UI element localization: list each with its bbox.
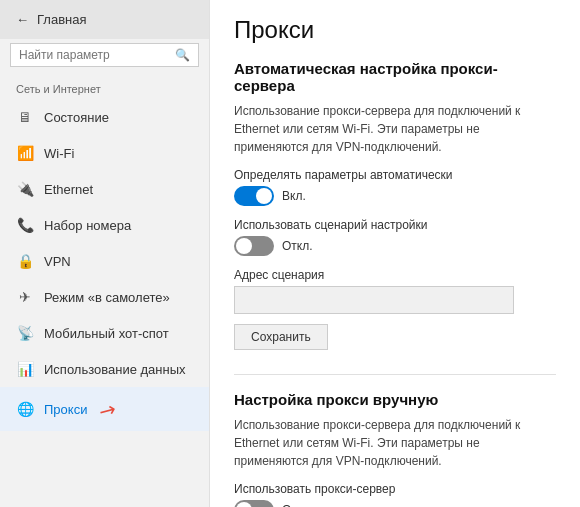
save-button[interactable]: Сохранить xyxy=(234,324,328,350)
sidebar-home-label: Главная xyxy=(37,12,86,27)
auto-detect-toggle-label: Вкл. xyxy=(282,189,306,203)
auto-detect-toggle[interactable] xyxy=(234,186,274,206)
sidebar-item-airplane[interactable]: ✈ Режим «в самолете» xyxy=(0,279,209,315)
sidebar: ← Главная 🔍 Сеть и Интернет 🖥 Состояние … xyxy=(0,0,210,507)
script-addr-label: Адрес сценария xyxy=(234,268,556,282)
use-script-toggle-knob xyxy=(236,238,252,254)
vpn-icon: 🔒 xyxy=(16,252,34,270)
hotspot-icon: 📡 xyxy=(16,324,34,342)
search-icon: 🔍 xyxy=(175,48,190,62)
sidebar-item-wifi[interactable]: 📶 Wi-Fi xyxy=(0,135,209,171)
sidebar-item-hotspot[interactable]: 📡 Мобильный хот-спот xyxy=(0,315,209,351)
auto-section-title: Автоматическая настройка прокси-сервера xyxy=(234,60,556,94)
status-icon: 🖥 xyxy=(16,108,34,126)
sidebar-item-label: Состояние xyxy=(44,110,109,125)
section-divider xyxy=(234,374,556,375)
use-script-row: Использовать сценарий настройки Откл. xyxy=(234,218,556,256)
use-proxy-toggle-label: Откл. xyxy=(282,503,313,507)
arrow-indicator: ↗ xyxy=(95,395,122,424)
manual-description: Использование прокси-сервера для подключ… xyxy=(234,416,556,470)
airplane-icon: ✈ xyxy=(16,288,34,306)
auto-proxy-section: Автоматическая настройка прокси-сервера … xyxy=(234,60,556,366)
sidebar-search-box[interactable]: 🔍 xyxy=(10,43,199,67)
use-script-toggle-row: Откл. xyxy=(234,236,556,256)
sidebar-section-label: Сеть и Интернет xyxy=(0,75,209,99)
sidebar-item-label: Wi-Fi xyxy=(44,146,74,161)
manual-proxy-section: Настройка прокси вручную Использование п… xyxy=(234,391,556,507)
auto-detect-row: Определять параметры автоматически Вкл. xyxy=(234,168,556,206)
sidebar-item-ethernet[interactable]: 🔌 Ethernet xyxy=(0,171,209,207)
auto-detect-toggle-knob xyxy=(256,188,272,204)
dialup-icon: 📞 xyxy=(16,216,34,234)
page-title: Прокси xyxy=(234,16,556,44)
wifi-icon: 📶 xyxy=(16,144,34,162)
sidebar-item-dialup[interactable]: 📞 Набор номера xyxy=(0,207,209,243)
auto-detect-label: Определять параметры автоматически xyxy=(234,168,556,182)
sidebar-item-status[interactable]: 🖥 Состояние xyxy=(0,99,209,135)
sidebar-item-vpn[interactable]: 🔒 VPN xyxy=(0,243,209,279)
use-proxy-toggle-row: Откл. xyxy=(234,500,556,507)
auto-detect-toggle-row: Вкл. xyxy=(234,186,556,206)
sidebar-item-datausage[interactable]: 📊 Использование данных xyxy=(0,351,209,387)
ethernet-icon: 🔌 xyxy=(16,180,34,198)
sidebar-item-label: Прокси xyxy=(44,402,87,417)
main-content: Прокси Автоматическая настройка прокси-с… xyxy=(210,0,580,507)
sidebar-item-label: VPN xyxy=(44,254,71,269)
sidebar-item-label: Мобильный хот-спот xyxy=(44,326,169,341)
manual-section-title: Настройка прокси вручную xyxy=(234,391,556,408)
auto-description: Использование прокси-сервера для подключ… xyxy=(234,102,556,156)
sidebar-item-label: Ethernet xyxy=(44,182,93,197)
sidebar-home-button[interactable]: ← Главная xyxy=(0,0,209,39)
script-addr-row: Адрес сценария xyxy=(234,268,556,314)
script-addr-input[interactable] xyxy=(234,286,514,314)
sidebar-item-label: Набор номера xyxy=(44,218,131,233)
sidebar-item-label: Режим «в самолете» xyxy=(44,290,170,305)
use-proxy-toggle[interactable] xyxy=(234,500,274,507)
use-script-toggle-label: Откл. xyxy=(282,239,313,253)
search-input[interactable] xyxy=(19,48,169,62)
use-script-label: Использовать сценарий настройки xyxy=(234,218,556,232)
sidebar-item-proxy[interactable]: 🌐 Прокси ↗ xyxy=(0,387,209,431)
use-script-toggle[interactable] xyxy=(234,236,274,256)
sidebar-item-label: Использование данных xyxy=(44,362,186,377)
proxy-icon: 🌐 xyxy=(16,400,34,418)
use-proxy-toggle-knob xyxy=(236,502,252,507)
datausage-icon: 📊 xyxy=(16,360,34,378)
use-proxy-label: Использовать прокси-сервер xyxy=(234,482,556,496)
home-icon: ← xyxy=(16,12,29,27)
use-proxy-row: Использовать прокси-сервер Откл. xyxy=(234,482,556,507)
